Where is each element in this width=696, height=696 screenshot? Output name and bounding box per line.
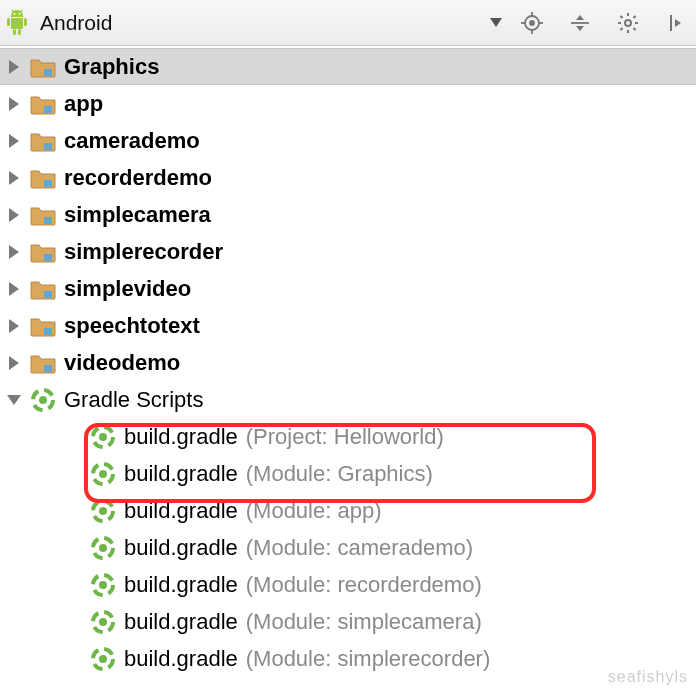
gradle-icon	[90, 535, 116, 561]
tree-item-label: simplevideo	[64, 276, 191, 302]
disclosure-icon[interactable]	[6, 392, 22, 408]
tree-item-recorderdemo[interactable]: recorderdemo	[0, 159, 696, 196]
gradle-file-detail: (Project: Helloworld)	[246, 424, 444, 450]
module-folder-icon	[30, 278, 56, 300]
gradle-file-project[interactable]: build.gradle (Project: Helloworld)	[0, 418, 696, 455]
gradle-file-name: build.gradle	[124, 424, 238, 450]
svg-rect-28	[44, 180, 52, 187]
gradle-file-detail: (Module: camerademo)	[246, 535, 473, 561]
target-icon[interactable]	[520, 11, 544, 35]
svg-point-39	[99, 470, 107, 478]
dropdown-arrow-icon[interactable]	[490, 18, 502, 27]
svg-rect-22	[633, 15, 637, 19]
tree-item-label: Graphics	[64, 54, 159, 80]
disclosure-icon[interactable]	[6, 355, 22, 371]
svg-point-8	[19, 13, 21, 15]
svg-rect-16	[627, 13, 629, 16]
collapse-icon[interactable]	[568, 11, 592, 35]
gradle-file-detail: (Module: simplerecorder)	[246, 646, 491, 672]
view-title: Android	[40, 11, 112, 35]
tree-item-gradle-scripts[interactable]: Gradle Scripts	[0, 381, 696, 418]
module-folder-icon	[30, 315, 56, 337]
gradle-file-detail: (Module: Graphics)	[246, 461, 433, 487]
gradle-file-name: build.gradle	[124, 646, 238, 672]
svg-rect-32	[44, 328, 52, 335]
svg-rect-18	[618, 22, 621, 24]
gradle-file-module-camerademo[interactable]: build.gradle (Module: camerademo)	[0, 529, 696, 566]
gradle-file-module-simplecamera[interactable]: build.gradle (Module: simplecamera)	[0, 603, 696, 640]
tree-item-app[interactable]: app	[0, 85, 696, 122]
module-folder-icon	[30, 241, 56, 263]
hide-icon[interactable]	[664, 11, 688, 35]
gradle-file-detail: (Module: recorderdemo)	[246, 572, 482, 598]
gradle-file-detail: (Module: simplecamera)	[246, 609, 482, 635]
watermark: seafishyls	[608, 668, 688, 686]
svg-rect-0	[11, 18, 23, 29]
gradle-file-name: build.gradle	[124, 572, 238, 598]
tree-item-label: simplerecorder	[64, 239, 223, 265]
tree-item-label: camerademo	[64, 128, 200, 154]
gradle-file-name: build.gradle	[124, 609, 238, 635]
disclosure-icon[interactable]	[6, 59, 22, 75]
svg-rect-33	[44, 365, 52, 372]
disclosure-icon[interactable]	[6, 96, 22, 112]
gradle-file-module-recorderdemo[interactable]: build.gradle (Module: recorderdemo)	[0, 566, 696, 603]
tree-item-label: Gradle Scripts	[64, 387, 203, 413]
svg-rect-23	[620, 27, 624, 31]
svg-rect-21	[633, 27, 637, 31]
disclosure-icon[interactable]	[6, 133, 22, 149]
svg-point-49	[99, 655, 107, 663]
svg-point-43	[99, 544, 107, 552]
tree-item-speechtotext[interactable]: speechtotext	[0, 307, 696, 344]
gradle-file-module-simplerecorder[interactable]: build.gradle (Module: simplerecorder)	[0, 640, 696, 677]
svg-point-35	[39, 396, 47, 404]
svg-rect-30	[44, 254, 52, 261]
svg-point-41	[99, 507, 107, 515]
tree-item-simplerecorder[interactable]: simplerecorder	[0, 233, 696, 270]
disclosure-icon[interactable]	[6, 207, 22, 223]
gear-icon[interactable]	[616, 11, 640, 35]
svg-rect-19	[635, 22, 638, 24]
gradle-file-module-graphics[interactable]: build.gradle (Module: Graphics)	[0, 455, 696, 492]
gradle-icon	[90, 424, 116, 450]
project-tree: Graphics app camerademo recorderdemo sim…	[0, 46, 696, 677]
tree-item-label: simplecamera	[64, 202, 211, 228]
svg-rect-29	[44, 217, 52, 224]
svg-point-45	[99, 581, 107, 589]
view-selector[interactable]: Android	[4, 9, 112, 37]
module-folder-icon	[30, 352, 56, 374]
svg-point-37	[99, 433, 107, 441]
tree-item-graphics[interactable]: Graphics	[0, 48, 696, 85]
gradle-file-name: build.gradle	[124, 461, 238, 487]
gradle-icon	[90, 461, 116, 487]
svg-rect-20	[620, 15, 624, 19]
disclosure-icon[interactable]	[6, 281, 22, 297]
tree-item-camerademo[interactable]: camerademo	[0, 122, 696, 159]
svg-point-7	[14, 13, 16, 15]
module-folder-icon	[30, 204, 56, 226]
tree-item-label: app	[64, 91, 103, 117]
disclosure-icon[interactable]	[6, 318, 22, 334]
module-folder-icon	[30, 56, 56, 78]
module-folder-icon	[30, 167, 56, 189]
gradle-file-module-app[interactable]: build.gradle (Module: app)	[0, 492, 696, 529]
gradle-icon	[90, 498, 116, 524]
tree-item-label: videodemo	[64, 350, 180, 376]
gradle-icon	[90, 572, 116, 598]
svg-rect-27	[44, 143, 52, 150]
gradle-icon	[90, 609, 116, 635]
gradle-file-name: build.gradle	[124, 535, 238, 561]
tree-item-simplevideo[interactable]: simplevideo	[0, 270, 696, 307]
toolbar: Android	[0, 0, 696, 46]
android-icon	[4, 9, 30, 37]
svg-rect-1	[7, 18, 10, 26]
module-folder-icon	[30, 130, 56, 152]
svg-point-47	[99, 618, 107, 626]
gradle-file-detail: (Module: app)	[246, 498, 382, 524]
tree-item-videodemo[interactable]: videodemo	[0, 344, 696, 381]
tree-item-simplecamera[interactable]: simplecamera	[0, 196, 696, 233]
disclosure-icon[interactable]	[6, 170, 22, 186]
svg-rect-2	[24, 18, 27, 26]
svg-rect-31	[44, 291, 52, 298]
disclosure-icon[interactable]	[6, 244, 22, 260]
